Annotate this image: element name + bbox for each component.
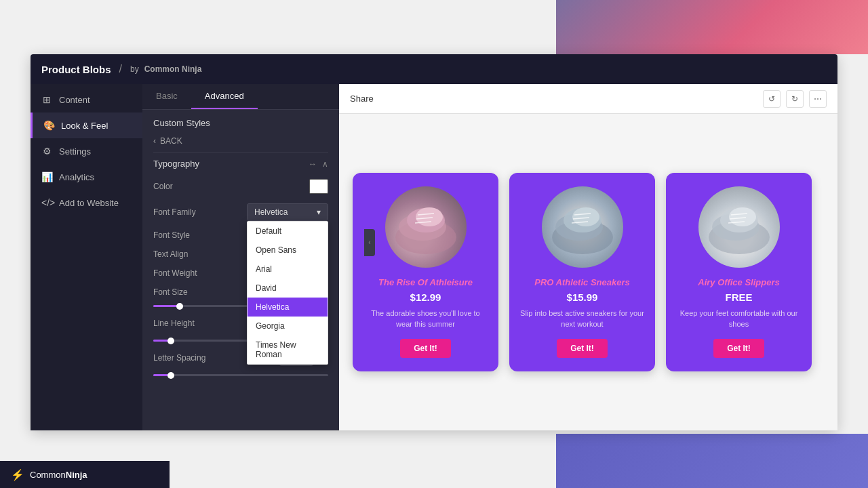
add-icon: </> bbox=[41, 197, 52, 208]
sidebar-item-look-feel-label: Look & Feel bbox=[61, 121, 108, 131]
sidebar-item-content[interactable]: ⊞ Content bbox=[31, 87, 142, 113]
redo-button[interactable]: ↻ bbox=[786, 90, 804, 108]
line-height-label: Line Height bbox=[153, 319, 195, 328]
card-title-3: Airy Office Slippers bbox=[698, 277, 779, 287]
card-price-2: $15.99 bbox=[567, 291, 598, 303]
font-option-david[interactable]: David bbox=[248, 279, 328, 298]
card-price-1: $12.99 bbox=[410, 291, 441, 303]
panel-toggle[interactable]: ‹ bbox=[364, 229, 375, 256]
font-option-arial[interactable]: Arial bbox=[248, 260, 328, 279]
dropdown-arrow-icon: ▾ bbox=[317, 207, 321, 217]
font-option-helvetica[interactable]: Helvetica bbox=[248, 298, 328, 317]
color-row: Color bbox=[153, 174, 328, 199]
toggle-icon: ‹ bbox=[368, 239, 370, 246]
font-option-default[interactable]: Default bbox=[248, 222, 328, 241]
svg-point-17 bbox=[729, 207, 756, 226]
font-family-label: Font Family bbox=[153, 207, 196, 217]
app-title: Product Blobs bbox=[41, 64, 111, 75]
font-option-georgia[interactable]: Georgia bbox=[248, 317, 328, 336]
typography-section: Typography ↔ ∧ Color Font Family bbox=[142, 152, 339, 380]
brand-name: Common Ninja bbox=[144, 64, 202, 74]
undo-button[interactable]: ↺ bbox=[763, 90, 781, 108]
font-options-list: Default Open Sans Arial David Helvetica … bbox=[248, 222, 328, 364]
product-image-3 bbox=[698, 186, 780, 268]
preview-actions: ↺ ↻ ⋯ bbox=[763, 90, 827, 108]
product-image-2 bbox=[542, 186, 623, 268]
ninja-logo-icon: ⚡ bbox=[11, 468, 24, 481]
collapse-icon[interactable]: ∧ bbox=[322, 159, 328, 169]
footer-brand: CommonNinja bbox=[30, 470, 87, 480]
color-label: Color bbox=[153, 182, 173, 191]
share-label: Share bbox=[350, 94, 374, 104]
product-card-2: PRO Athletic Sneakers $15.99 Slip into b… bbox=[509, 173, 655, 371]
letter-spacing-slider[interactable] bbox=[153, 374, 328, 376]
card-btn-3[interactable]: Get It! bbox=[713, 339, 764, 358]
settings-icon: ⚙ bbox=[41, 146, 52, 157]
color-swatch[interactable] bbox=[309, 179, 328, 194]
card-title-2: PRO Athletic Sneakers bbox=[534, 277, 629, 287]
sidebar-item-analytics-label: Analytics bbox=[59, 172, 94, 182]
svg-point-10 bbox=[572, 207, 599, 226]
editor-panel: Product Blobs / by Common Ninja ⊞ Conten… bbox=[31, 54, 837, 430]
center-panel: Basic Advanced Custom Styles ‹ BACK Typo… bbox=[142, 84, 339, 430]
font-size-slider-thumb[interactable] bbox=[176, 303, 183, 310]
redo-icon: ↻ bbox=[791, 94, 798, 104]
bg-gradient-top-right bbox=[556, 0, 868, 54]
font-family-dropdown: Default Open Sans Arial David Helvetica … bbox=[247, 221, 328, 365]
look-feel-icon: 🎨 bbox=[43, 120, 54, 131]
chevron-left-icon: ‹ bbox=[153, 136, 156, 146]
line-height-slider-thumb[interactable] bbox=[167, 338, 174, 344]
link-icon[interactable]: ↔ bbox=[309, 159, 317, 169]
title-separator: / bbox=[119, 63, 122, 75]
card-price-3: FREE bbox=[725, 291, 752, 303]
tab-advanced[interactable]: Advanced bbox=[191, 84, 258, 109]
typography-controls: ↔ ∧ bbox=[309, 159, 328, 169]
sidebar: ⊞ Content 🎨 Look & Feel ⚙ Settings 📊 Ana… bbox=[31, 84, 142, 430]
card-btn-2[interactable]: Get It! bbox=[557, 339, 608, 358]
card-btn-1[interactable]: Get It! bbox=[400, 339, 451, 358]
product-card-3: Airy Office Slippers FREE Keep your feet… bbox=[666, 173, 812, 371]
sidebar-item-add-label: Add to Website bbox=[59, 198, 119, 208]
bg-gradient-bottom-right bbox=[556, 434, 868, 488]
text-align-label: Text Align bbox=[153, 249, 188, 259]
font-option-open-sans[interactable]: Open Sans bbox=[248, 241, 328, 260]
tabs-bar: Basic Advanced bbox=[142, 84, 339, 110]
by-text: by bbox=[130, 64, 139, 74]
sidebar-item-look-feel[interactable]: 🎨 Look & Feel bbox=[31, 113, 142, 138]
undo-icon: ↺ bbox=[768, 94, 775, 104]
more-button[interactable]: ⋯ bbox=[809, 90, 827, 108]
font-family-trigger[interactable]: Helvetica ▾ bbox=[247, 203, 328, 221]
svg-point-3 bbox=[416, 207, 443, 226]
footer-bar: ⚡ CommonNinja bbox=[0, 461, 170, 488]
content-icon: ⊞ bbox=[41, 94, 52, 105]
preview-toolbar: Share ↺ ↻ ⋯ bbox=[339, 84, 837, 114]
font-style-label: Font Style bbox=[153, 230, 190, 240]
font-family-dropdown-container: Helvetica ▾ Default Open Sans Arial Davi… bbox=[247, 203, 328, 221]
footer-brand-bold: Ninja bbox=[66, 470, 87, 480]
product-image-1 bbox=[385, 186, 467, 268]
sidebar-item-content-label: Content bbox=[59, 95, 90, 105]
sidebar-item-add-to-website[interactable]: </> Add to Website bbox=[31, 190, 142, 216]
typography-header: Typography ↔ ∧ bbox=[153, 152, 328, 174]
letter-spacing-slider-thumb[interactable] bbox=[167, 372, 174, 379]
letter-spacing-label: Letter Spacing bbox=[153, 353, 205, 363]
card-title-1: The Rise Of Athleisure bbox=[378, 277, 473, 287]
back-button[interactable]: ‹ BACK bbox=[142, 134, 339, 152]
product-card-1: The Rise Of Athleisure $12.99 The adorab… bbox=[353, 173, 498, 371]
preview-panel: Share ↺ ↻ ⋯ bbox=[339, 84, 837, 430]
more-icon: ⋯ bbox=[814, 94, 822, 104]
font-weight-label: Font Weight bbox=[153, 268, 197, 278]
font-size-label: Font Size bbox=[153, 287, 188, 297]
title-bar: Product Blobs / by Common Ninja bbox=[31, 54, 837, 84]
typography-title: Typography bbox=[153, 159, 199, 169]
tab-basic[interactable]: Basic bbox=[142, 84, 191, 109]
font-option-times-new-roman[interactable]: Times New Roman bbox=[248, 336, 328, 364]
card-desc-3: Keep your feet comfortable with our shoe… bbox=[677, 308, 801, 329]
sidebar-item-settings[interactable]: ⚙ Settings bbox=[31, 138, 142, 164]
cards-area: The Rise Of Athleisure $12.99 The adorab… bbox=[339, 114, 837, 430]
card-desc-2: Slip into best active sneakers for your … bbox=[520, 308, 644, 329]
custom-styles-header: Custom Styles bbox=[142, 110, 339, 134]
editor-body: ⊞ Content 🎨 Look & Feel ⚙ Settings 📊 Ana… bbox=[31, 84, 837, 430]
letter-spacing-slider-row bbox=[153, 371, 328, 380]
sidebar-item-analytics[interactable]: 📊 Analytics bbox=[31, 164, 142, 190]
